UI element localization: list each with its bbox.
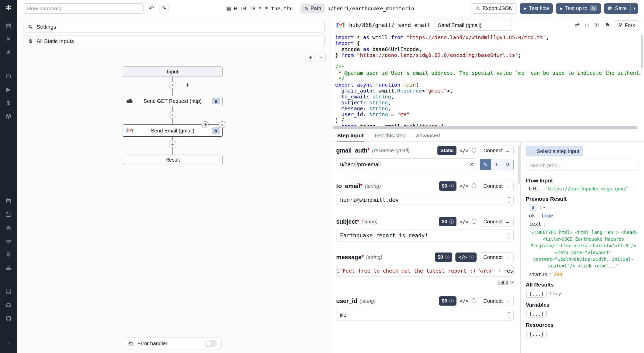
edit-resource-button[interactable]: ✎: [480, 159, 491, 170]
flag-icon[interactable]: ⚑: [605, 22, 610, 29]
audit-eye-icon[interactable]: [4, 237, 13, 246]
sync-arrows-icon[interactable]: ⇄: [575, 22, 580, 29]
dollar-zero-chip[interactable]: $0ⓘ: [439, 296, 456, 306]
test-flow-button[interactable]: ▶ Test flow: [520, 3, 553, 14]
docs-book-icon[interactable]: [4, 287, 13, 296]
add-resource-button[interactable]: +: [491, 159, 502, 170]
save-dropdown-button[interactable]: ▾: [630, 3, 638, 14]
windmill-logo-icon[interactable]: ✻: [5, 4, 11, 12]
resources-cube-icon[interactable]: [4, 112, 13, 121]
test-up-to-button[interactable]: ▶ Test up to b: [556, 3, 601, 14]
gmail-step-node-selected[interactable]: Send Email (gmail) b ×: [123, 124, 223, 137]
prop-row-a[interactable]: a : -: [529, 204, 639, 211]
form-scrollbar[interactable]: [518, 146, 520, 184]
info-icon: ⓘ: [445, 254, 450, 260]
user-icon[interactable]: [4, 35, 13, 43]
edit-path-button[interactable]: ✎ Path: [301, 4, 325, 13]
fork-icon: [618, 23, 623, 28]
clear-icon[interactable]: ×: [470, 161, 473, 168]
all-static-inputs-bar[interactable]: $ All Static Inputs: [23, 36, 325, 47]
prop-search-input[interactable]: [526, 160, 639, 171]
prop-row-url[interactable]: URL : "https://earthquake.usgs.gov/": [529, 186, 639, 192]
undo-button[interactable]: ↶: [147, 4, 156, 13]
select-step-input-button[interactable]: ← Select a step input: [526, 146, 583, 156]
resource-path-input[interactable]: [336, 158, 476, 170]
resources-object-chip[interactable]: {...}: [526, 330, 547, 338]
code-vertical-scrollbar[interactable]: [641, 35, 643, 68]
input-node[interactable]: Input: [123, 66, 223, 77]
connect-button[interactable]: Connect→: [480, 296, 514, 306]
dollar-zero-chip[interactable]: $0ⓘ: [435, 253, 452, 262]
delete-step-icon[interactable]: ×: [219, 121, 225, 128]
tab-advanced[interactable]: Advanced: [415, 130, 440, 141]
hub-script-path[interactable]: hub/868/gmail/_send_email: [349, 22, 430, 28]
insert-step-icon[interactable]: +: [169, 81, 176, 89]
connect-button[interactable]: Connect→: [480, 217, 514, 226]
dollar-zero-chip[interactable]: $0ⓘ: [439, 217, 456, 226]
star-icon[interactable]: ★: [4, 48, 13, 57]
insert-step-icon[interactable]: +: [169, 141, 176, 148]
to-email-input[interactable]: [336, 194, 514, 206]
all-results-object-chip[interactable]: {...}: [526, 290, 547, 298]
window-icon[interactable]: □: [586, 22, 589, 29]
variables-dollar-icon[interactable]: $: [4, 98, 13, 107]
insert-step-icon[interactable]: +: [169, 111, 176, 119]
code-editor-toggle-active[interactable]: </>ⓘ: [455, 253, 476, 262]
export-json-button[interactable]: Export JSON: [471, 3, 517, 14]
code-editor-toggle-icon[interactable]: </>: [460, 148, 468, 153]
redo-button[interactable]: ↷: [159, 4, 168, 13]
http-step-node[interactable]: Send GET Request (http) a: [123, 96, 223, 106]
arrow-right-icon: →: [505, 298, 510, 304]
fork-button[interactable]: Fork: [614, 20, 639, 30]
code-editor[interactable]: import * as wmill from "https://deno.lan…: [331, 33, 640, 126]
folders-icon[interactable]: [4, 210, 13, 219]
schedules-calendar-icon[interactable]: [4, 197, 13, 205]
help-link[interactable]: Help: [498, 280, 508, 285]
connect-button[interactable]: Connect→: [480, 146, 514, 155]
static-toggle-button[interactable]: Static: [437, 146, 456, 155]
user-id-input[interactable]: [336, 309, 514, 321]
groups-icon[interactable]: [4, 223, 13, 232]
prop-row-ok[interactable]: ok : true: [529, 213, 639, 219]
refresh-resource-button[interactable]: ⟳: [502, 159, 514, 170]
tab-step-input[interactable]: Step Input: [337, 130, 364, 141]
flow-summary-input[interactable]: [23, 3, 144, 14]
error-handler-toggle[interactable]: [205, 340, 217, 347]
code-horizontal-scrollbar[interactable]: [333, 126, 637, 129]
variables-object-chip[interactable]: {...}: [526, 310, 547, 318]
prop-row-text[interactable]: text :: [529, 221, 639, 227]
expand-arrow-icon[interactable]: →: [4, 338, 13, 347]
prop-row-status[interactable]: status : 200: [529, 271, 639, 278]
move-step-icon[interactable]: [202, 121, 209, 128]
flow-settings-bar[interactable]: Settings: [23, 21, 325, 32]
settings-gear-icon[interactable]: ⚙: [4, 250, 13, 259]
subject-input[interactable]: [336, 230, 514, 241]
phone-icon[interactable]: ✆: [595, 22, 599, 29]
github-icon[interactable]: [4, 314, 13, 323]
code-editor-toggle-icon[interactable]: </>: [460, 219, 468, 224]
dollar-zero-chip[interactable]: $0ⓘ: [439, 181, 456, 191]
code-editor-toggle-icon[interactable]: </>: [460, 298, 468, 304]
code-editor-toggle-icon[interactable]: </>: [460, 183, 468, 189]
field-label: to_email: [336, 183, 360, 190]
connect-button[interactable]: Connect→: [480, 252, 514, 262]
step-name-input[interactable]: [435, 20, 512, 31]
home-icon[interactable]: [4, 72, 13, 80]
error-handler-bar[interactable]: Error handler: [124, 338, 222, 349]
message-code-editor[interactable]: 1 'Feel free to check out the latest rep…: [336, 265, 514, 276]
zoom-in-button[interactable]: +: [306, 53, 315, 62]
list-icon[interactable]: ▤: [4, 21, 13, 30]
tab-test-this-step[interactable]: Test this step: [374, 130, 406, 141]
schedule-cron[interactable]: ▦ 0 10 18 * * tue,thu: [226, 5, 293, 12]
prop-key: text: [529, 221, 541, 227]
info-icon: ⓘ: [472, 298, 477, 304]
runs-play-icon[interactable]: ▶: [4, 85, 13, 94]
discord-icon[interactable]: [4, 301, 13, 309]
workers-icon[interactable]: [4, 264, 13, 272]
connect-button[interactable]: Connect→: [480, 181, 514, 191]
result-node[interactable]: Result: [123, 155, 223, 165]
trigger-bolt-icon[interactable]: [184, 81, 191, 89]
text-prop-value[interactable]: "<!DOCTYPE html> <html lang="en"> <head>…: [529, 229, 638, 269]
save-button[interactable]: Save: [604, 3, 630, 14]
zoom-out-button[interactable]: -: [317, 53, 326, 62]
